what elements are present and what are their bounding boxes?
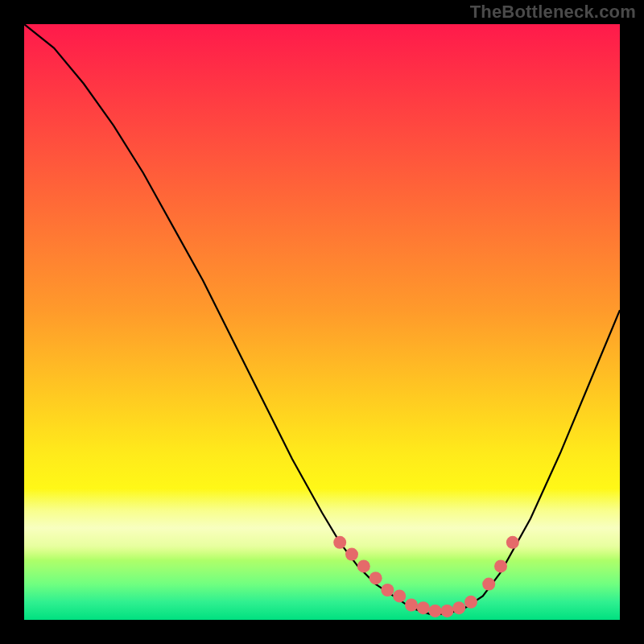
marker-dot <box>429 605 442 617</box>
curve-svg <box>24 24 620 620</box>
marker-dot <box>440 605 453 617</box>
bottleneck-points <box>333 536 519 617</box>
bottleneck-curve <box>24 24 620 614</box>
marker-dot <box>452 601 465 614</box>
marker-dot <box>417 601 430 614</box>
marker-dot <box>405 599 418 612</box>
plot-area <box>24 24 620 620</box>
attribution-text: TheBottleneck.com <box>470 2 636 23</box>
marker-dot <box>494 559 507 572</box>
marker-dot <box>482 578 495 591</box>
marker-dot <box>381 584 394 597</box>
marker-dot <box>345 548 358 561</box>
curve-line <box>24 24 620 614</box>
marker-dot <box>506 536 519 549</box>
chart-container: TheBottleneck.com <box>0 0 644 644</box>
marker-dot <box>393 589 406 602</box>
marker-dot <box>369 572 382 584</box>
marker-dot <box>333 536 346 549</box>
marker-dot <box>464 596 477 609</box>
marker-dot <box>357 559 370 572</box>
